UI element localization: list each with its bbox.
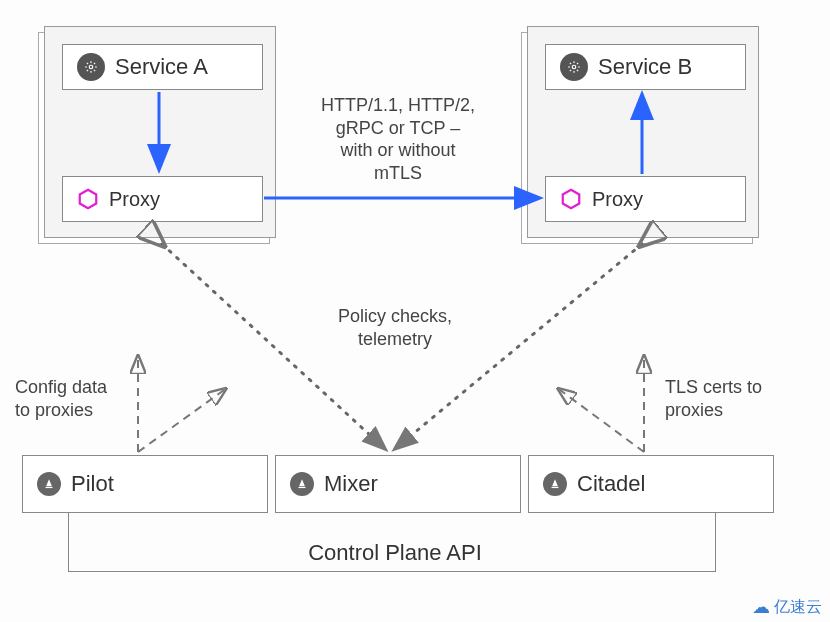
watermark: ☁ 亿速云 [752,596,822,618]
arrow-proxy-b-mixer [396,244,642,448]
cloud-icon: ☁ [752,596,770,618]
watermark-text: 亿速云 [774,597,822,618]
arrow-proxy-a-mixer [162,244,384,448]
arrow-pilot-diag [138,390,224,452]
arrows-layer [0,0,830,622]
arrow-citadel-diag [560,390,644,452]
